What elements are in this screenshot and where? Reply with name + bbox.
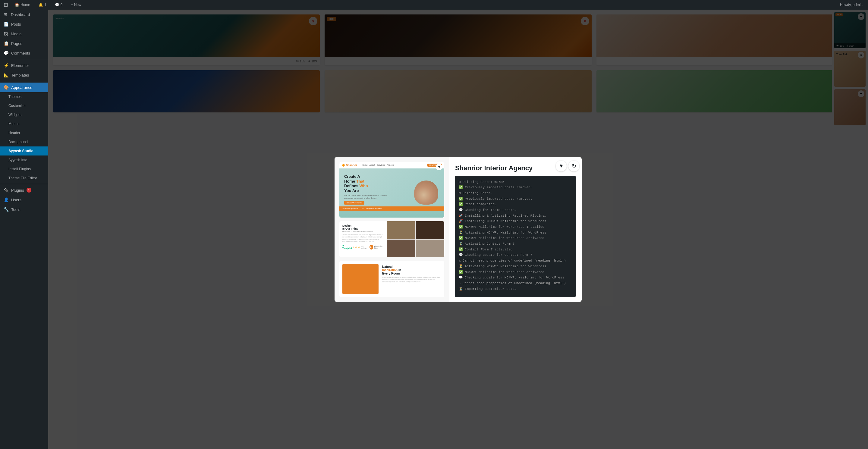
console-line-19: ⚠️ Cannot read properties of undefined (…: [459, 281, 572, 286]
new-content-link[interactable]: + New: [69, 0, 83, 10]
console-text-17: MC4WP: Mailchimp for WordPress activated: [465, 269, 544, 275]
sidebar-item-pages[interactable]: 📋 Pages: [0, 39, 48, 48]
console-line-18: 💬 Checking update for MC4WP: Mailchimp f…: [459, 275, 572, 281]
console-line-14: 💬 Checking update for Contact Form 7: [459, 252, 572, 258]
console-text-16: Activating MC4WP: Mailchimp for WordPres…: [465, 264, 547, 269]
admin-home-link[interactable]: 🏠 Home: [13, 0, 32, 10]
modal-refresh-button[interactable]: ↻: [568, 161, 579, 171]
sidebar-item-background[interactable]: Background: [0, 137, 48, 147]
updates-count: 1: [44, 3, 46, 7]
console-text-10: Activating MC4WP: Mailchimp for WordPres…: [465, 230, 547, 236]
sidebar-label-pages: Pages: [11, 41, 22, 46]
console-text-3: Deleting Posts…: [463, 190, 493, 196]
console-text-6: Checking for theme update…: [465, 207, 517, 213]
preview-sec-img-4: [415, 239, 444, 257]
sidebar-item-media[interactable]: 🖼 Media: [0, 29, 48, 39]
sidebar-divider-2: [0, 81, 48, 82]
preview-nav-projects: Projects: [387, 164, 394, 166]
console-icon-6: 💬: [459, 207, 463, 213]
sidebar-item-dashboard[interactable]: ⊞ Dashboard: [0, 10, 48, 19]
sidebar-divider-3: [0, 184, 48, 184]
console-line-2: ✅ Previously imported posts removed.: [459, 185, 572, 190]
sidebar-item-comments[interactable]: 💬 Comments: [0, 48, 48, 58]
console-icon-10: ⏳: [459, 230, 463, 236]
preview-discover-btn: DISCOVER MORE: [344, 201, 364, 204]
comments-link[interactable]: 💬 0: [53, 0, 64, 10]
sidebar-label-media: Media: [11, 32, 22, 36]
wp-logo-icon[interactable]: ⊞: [4, 1, 8, 8]
howdy-admin-link[interactable]: Howdy, admin: [838, 3, 864, 7]
plugins-icon: 🔌: [4, 188, 9, 193]
users-icon: 👤: [4, 197, 9, 202]
sidebar-label-background: Background: [8, 140, 28, 144]
console-text-15: Cannot read properties of undefined (rea…: [463, 258, 566, 264]
plugins-badge: 1: [27, 188, 31, 193]
site-url: Home: [21, 3, 30, 7]
console-icon-20: ⏳: [459, 286, 463, 292]
console-text-5: Reset completed.: [465, 202, 497, 207]
console-log-area: ⊞ Deleting Posts: #8785 ✅ Previously imp…: [455, 176, 576, 297]
console-icon-18: 💬: [459, 275, 463, 281]
play-button[interactable]: ▶: [370, 245, 373, 250]
console-icon-7: 🚀: [459, 213, 463, 219]
sidebar-item-appearance[interactable]: 🎨 Appearance: [0, 83, 48, 92]
sidebar-item-ayyash-info[interactable]: Ayyash Info: [0, 156, 48, 164]
console-icon-8: 🚀: [459, 219, 463, 224]
sidebar-item-themes[interactable]: Themes: [0, 92, 48, 101]
pages-icon: 📋: [4, 41, 9, 46]
console-icon-13: ✅: [459, 247, 463, 253]
console-icon-16: ⏳: [459, 264, 463, 269]
preview-sec-sub: Precision. Punctuality. Professionalism.: [342, 231, 384, 233]
console-icon-5: ✅: [459, 202, 463, 207]
sidebar-item-install-plugins[interactable]: Install Plugins: [0, 164, 48, 173]
sidebar-item-tools[interactable]: 🔧 Tools: [0, 204, 48, 214]
console-line-13: ✅ Contact Form 7 activated: [459, 247, 572, 253]
howdy-label: Howdy, admin: [840, 3, 863, 7]
watch-story-label: Watch Our Story: [374, 245, 384, 249]
sidebar-item-ayyash-studio[interactable]: Ayyash Studio: [0, 147, 48, 156]
sidebar-item-templates[interactable]: 📐 Templates: [0, 70, 48, 80]
console-line-15: ⚠️ Cannot read properties of undefined (…: [459, 258, 572, 264]
sidebar-item-customize[interactable]: Customize: [0, 101, 48, 110]
sidebar-item-header[interactable]: Header: [0, 128, 48, 137]
theme-main-preview-inner: 🔶 Shanrior Home About Services Projects …: [339, 162, 444, 218]
rating-stars: ★★★★★: [353, 246, 361, 248]
preview-third-heading: NaturalInspiration InEvery Room: [382, 265, 440, 275]
console-line-16: ⏳ Activating MC4WP: Mailchimp for WordPr…: [459, 264, 572, 269]
bell-icon: 🔔: [38, 3, 43, 7]
sidebar-item-widgets[interactable]: Widgets: [0, 110, 48, 119]
plus-new-label: + New: [71, 3, 81, 7]
elementor-icon: ⚡: [4, 63, 9, 68]
preview-sec-left: DesignIs Our Thing Precision. Punctualit…: [339, 221, 387, 257]
sidebar-item-users[interactable]: 👤 Users: [0, 195, 48, 204]
updates-link[interactable]: 🔔 1: [37, 0, 48, 10]
preview-logo: 🔶 Shanrior: [342, 164, 357, 167]
sidebar-item-elementor[interactable]: ⚡ Elementor: [0, 61, 48, 70]
console-icon-9: ✅: [459, 224, 463, 230]
comments-count: 0: [61, 3, 63, 7]
console-line-4: ✅ Previously imported posts removed.: [459, 196, 572, 202]
preview-nav-home: Home: [362, 164, 368, 166]
sidebar-item-posts[interactable]: 📄 Posts: [0, 19, 48, 29]
appearance-icon: 🎨: [4, 85, 9, 90]
console-text-12: Activating Contact Form 7: [465, 241, 515, 247]
preview-sec-right-images: [387, 221, 444, 257]
rating-count: 4.9 reviews: [361, 245, 367, 249]
sidebar-label-widgets: Widgets: [8, 113, 22, 117]
preview-sec-heading: DesignIs Our Thing: [342, 224, 384, 230]
sidebar-label-ayyash-info: Ayyash Info: [8, 158, 27, 162]
preview-third-right-content: NaturalInspiration InEvery Room At vero …: [381, 264, 441, 294]
sidebar-item-theme-file-editor[interactable]: Theme File Editor: [0, 173, 48, 183]
sidebar-item-menus[interactable]: Menus: [0, 119, 48, 128]
preview-experience-stat: 15 Years Experience: [342, 207, 358, 210]
sidebar-item-plugins[interactable]: 🔌 Plugins 1: [0, 185, 48, 195]
console-line-5: ✅ Reset completed.: [459, 202, 572, 207]
console-text-18: Checking update for MC4WP: Mailchimp for…: [465, 275, 564, 281]
console-icon-14: 💬: [459, 252, 463, 258]
preview-site-name: Shanrior: [346, 164, 357, 167]
preview-main-favorite-btn[interactable]: ♥: [436, 164, 442, 170]
modal-dialog: 🔶 Shanrior Home About Services Projects …: [335, 157, 582, 302]
modal-favorite-button[interactable]: ♥: [556, 161, 567, 171]
theme-preview-main: 🔶 Shanrior Home About Services Projects …: [339, 162, 444, 218]
modal-overlay[interactable]: 🔶 Shanrior Home About Services Projects …: [48, 10, 868, 449]
